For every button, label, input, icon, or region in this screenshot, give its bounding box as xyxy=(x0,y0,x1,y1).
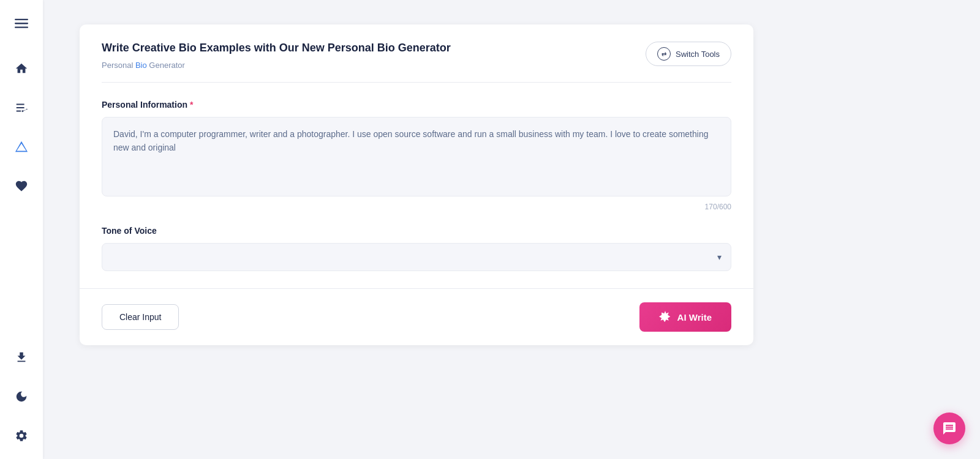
svg-rect-1 xyxy=(15,23,28,24)
tone-label: Tone of Voice xyxy=(102,226,731,236)
ai-write-label: AI Write xyxy=(677,312,712,323)
svg-rect-0 xyxy=(15,19,28,20)
breadcrumb-prefix: Personal xyxy=(102,61,135,70)
char-count: 170/600 xyxy=(102,203,731,211)
clear-input-label: Clear Input xyxy=(119,312,161,322)
breadcrumb-bio: Bio xyxy=(135,61,147,70)
clear-input-button[interactable]: Clear Input xyxy=(102,304,179,330)
home-icon[interactable] xyxy=(10,58,32,80)
breadcrumb-suffix: Generator xyxy=(147,61,185,70)
list-check-icon[interactable] xyxy=(10,97,32,119)
settings-icon[interactable] xyxy=(10,425,32,447)
required-marker: * xyxy=(190,100,193,110)
sidebar xyxy=(0,0,43,459)
switch-tools-button[interactable]: ⇄ Switch Tools xyxy=(646,42,731,66)
tone-section: Tone of Voice Professional Casual Formal… xyxy=(102,226,731,271)
card-header: Write Creative Bio Examples with Our New… xyxy=(80,24,753,82)
switch-tools-label: Switch Tools xyxy=(676,50,720,59)
download-icon[interactable] xyxy=(10,346,32,368)
breadcrumb: Personal Bio Generator xyxy=(102,61,451,70)
switch-tools-icon: ⇄ xyxy=(657,47,671,61)
ai-write-button[interactable]: AI Write xyxy=(639,302,731,332)
hamburger-menu[interactable] xyxy=(10,12,32,34)
form-section: Personal Information * David, I'm a comp… xyxy=(80,83,753,288)
svg-rect-2 xyxy=(15,27,28,28)
tone-select[interactable]: Professional Casual Formal Friendly Insp… xyxy=(102,243,731,271)
moon-icon[interactable] xyxy=(10,386,32,408)
main-card: Write Creative Bio Examples with Our New… xyxy=(80,24,753,345)
triangle-icon[interactable] xyxy=(10,136,32,158)
main-content: Write Creative Bio Examples with Our New… xyxy=(43,0,980,459)
card-title-block: Write Creative Bio Examples with Our New… xyxy=(102,42,451,70)
chat-support-button[interactable] xyxy=(933,412,965,444)
tone-select-wrapper: Professional Casual Formal Friendly Insp… xyxy=(102,243,731,271)
personal-info-label: Personal Information * xyxy=(102,100,731,110)
personal-info-input[interactable]: David, I'm a computer programmer, writer… xyxy=(102,117,731,196)
ai-write-icon xyxy=(659,311,671,323)
chat-icon xyxy=(942,421,957,436)
page-title: Write Creative Bio Examples with Our New… xyxy=(102,42,451,54)
heart-icon[interactable] xyxy=(10,175,32,197)
card-footer: Clear Input AI Write xyxy=(80,288,753,345)
